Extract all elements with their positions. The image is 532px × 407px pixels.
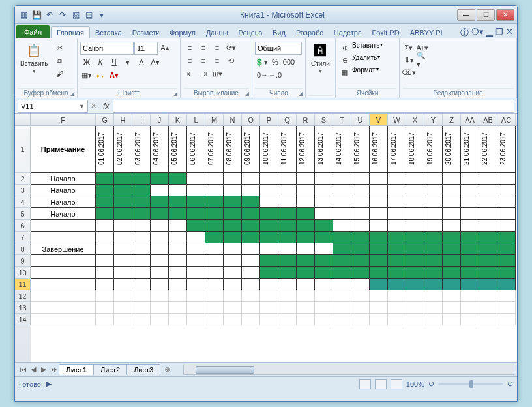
- col-header[interactable]: X: [406, 114, 424, 125]
- cell[interactable]: [497, 232, 516, 243]
- cell[interactable]: [297, 185, 315, 196]
- macro-icon[interactable]: ▶: [46, 380, 52, 388]
- cell[interactable]: [351, 185, 370, 196]
- cell[interactable]: 10.06.2017: [260, 126, 278, 173]
- row-header[interactable]: 3: [15, 185, 31, 196]
- delete-cells-button[interactable]: ⊖Удалить▾: [338, 54, 380, 66]
- comma-icon[interactable]: 000: [282, 56, 295, 68]
- cell[interactable]: [96, 173, 114, 185]
- cell[interactable]: [132, 267, 151, 279]
- format-cells-button[interactable]: ▦Формат▾: [338, 67, 379, 78]
- cell[interactable]: [333, 279, 351, 290]
- cell[interactable]: [424, 185, 443, 196]
- cell[interactable]: 21.06.2017: [461, 126, 479, 173]
- grow-font-icon[interactable]: A▴: [158, 42, 171, 53]
- cell[interactable]: [297, 290, 315, 302]
- cell[interactable]: [96, 243, 114, 255]
- tab-Вставка[interactable]: Вставка: [90, 27, 127, 38]
- cell[interactable]: [151, 267, 169, 279]
- col-header[interactable]: S: [315, 114, 333, 125]
- cell[interactable]: [461, 185, 479, 196]
- cell[interactable]: [443, 302, 461, 314]
- cell[interactable]: [497, 196, 516, 208]
- view-normal-icon[interactable]: [359, 379, 371, 389]
- cell[interactable]: [169, 220, 187, 232]
- cell[interactable]: [297, 255, 315, 267]
- cell[interactable]: 01.06.2017: [96, 126, 114, 173]
- cell[interactable]: [370, 196, 388, 208]
- cell[interactable]: [187, 302, 205, 314]
- cell[interactable]: [351, 173, 370, 185]
- cell[interactable]: [224, 243, 242, 255]
- cell[interactable]: [205, 173, 224, 185]
- cell[interactable]: [224, 220, 242, 232]
- cell[interactable]: [479, 279, 497, 290]
- cell[interactable]: [351, 243, 370, 255]
- cell[interactable]: [351, 220, 370, 232]
- cell[interactable]: [169, 314, 187, 325]
- view-layout-icon[interactable]: [375, 379, 387, 389]
- cell[interactable]: [443, 279, 461, 290]
- cell[interactable]: [479, 173, 497, 185]
- wrap-icon[interactable]: ⟲: [224, 55, 237, 67]
- launcher-icon[interactable]: ◢: [299, 91, 303, 97]
- cell[interactable]: [315, 302, 333, 314]
- row-header[interactable]: 14: [15, 314, 31, 325]
- cell[interactable]: [114, 314, 132, 325]
- name-box[interactable]: V11▼: [18, 100, 88, 113]
- cell[interactable]: [187, 279, 205, 290]
- cell[interactable]: [497, 290, 516, 302]
- cell[interactable]: [169, 196, 187, 208]
- cell[interactable]: [443, 290, 461, 302]
- tab-Данны[interactable]: Данны: [201, 27, 233, 38]
- cell[interactable]: 11.06.2017: [278, 126, 297, 173]
- cell[interactable]: [406, 208, 424, 220]
- cell[interactable]: [132, 243, 151, 255]
- cell[interactable]: [297, 208, 315, 220]
- col-header[interactable]: AB: [479, 114, 497, 125]
- cell[interactable]: [205, 314, 224, 325]
- cell[interactable]: [151, 302, 169, 314]
- close-button[interactable]: ✕: [496, 9, 514, 21]
- cell[interactable]: [169, 243, 187, 255]
- orientation-icon[interactable]: ⟳▾: [224, 42, 237, 53]
- row-header[interactable]: 4: [15, 196, 31, 208]
- cell[interactable]: [260, 220, 278, 232]
- tab-Разрабс[interactable]: Разрабс: [291, 27, 329, 38]
- cell[interactable]: [443, 220, 461, 232]
- cell[interactable]: [278, 314, 297, 325]
- cell[interactable]: [224, 232, 242, 243]
- cell[interactable]: [114, 220, 132, 232]
- cell[interactable]: [388, 232, 406, 243]
- cell[interactable]: [315, 243, 333, 255]
- cell[interactable]: [315, 314, 333, 325]
- cell[interactable]: [169, 267, 187, 279]
- cell[interactable]: [260, 255, 278, 267]
- cell[interactable]: [333, 290, 351, 302]
- cell[interactable]: [205, 290, 224, 302]
- col-header[interactable]: O: [242, 114, 260, 125]
- cell[interactable]: [242, 255, 260, 267]
- cell[interactable]: [96, 302, 114, 314]
- cell[interactable]: [278, 220, 297, 232]
- cell[interactable]: [132, 208, 151, 220]
- cell[interactable]: [205, 243, 224, 255]
- cell[interactable]: [242, 243, 260, 255]
- sheet-nav[interactable]: ⏮◀▶⏭: [18, 365, 59, 374]
- cell[interactable]: [351, 314, 370, 325]
- cell[interactable]: [187, 314, 205, 325]
- cell[interactable]: [388, 290, 406, 302]
- cell[interactable]: Начало: [31, 185, 96, 196]
- align-center-icon[interactable]: ≡: [197, 55, 210, 67]
- cell[interactable]: [96, 279, 114, 290]
- launcher-icon[interactable]: ◢: [70, 91, 74, 97]
- cell[interactable]: 16.06.2017: [370, 126, 388, 173]
- cell[interactable]: [461, 173, 479, 185]
- cell[interactable]: [205, 279, 224, 290]
- cell[interactable]: [132, 173, 151, 185]
- cell[interactable]: [388, 243, 406, 255]
- close-doc-icon[interactable]: ✕: [506, 27, 513, 38]
- cell[interactable]: [333, 267, 351, 279]
- cell[interactable]: [370, 267, 388, 279]
- cell[interactable]: 22.06.2017: [479, 126, 497, 173]
